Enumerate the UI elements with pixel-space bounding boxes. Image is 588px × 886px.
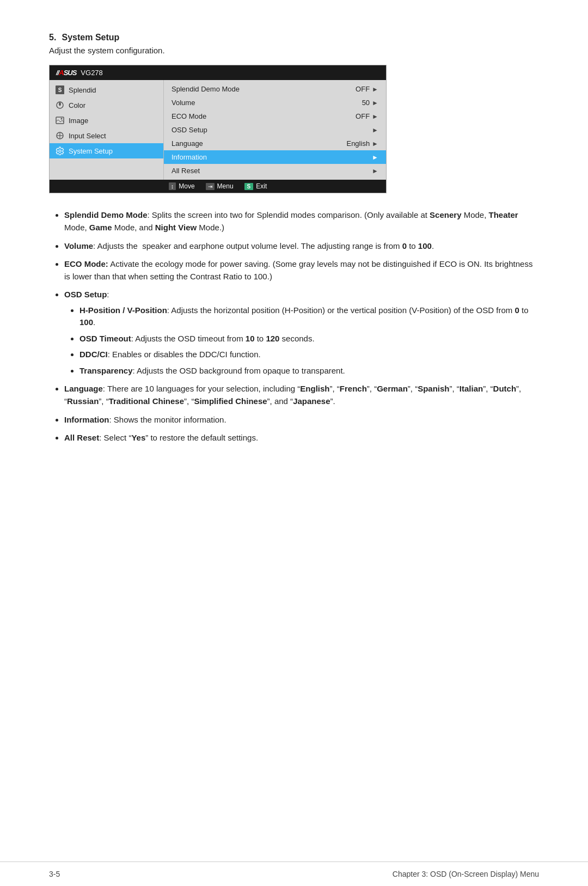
footer-page-number: 3-5 (49, 870, 60, 878)
svg-point-2 (61, 118, 63, 120)
language-value: English ► (346, 139, 378, 148)
section-number: 5. (49, 33, 56, 42)
information-value: ► (372, 154, 378, 161)
exit-icon: S (244, 183, 254, 190)
osd-right-item-splendid-demo[interactable]: Splendid Demo Mode OFF ► (164, 82, 386, 96)
svg-point-6 (59, 150, 61, 152)
volume-value: 50 ► (362, 99, 378, 107)
bullet-information: Information: Shows the monitor informati… (64, 413, 539, 426)
move-icon: ↕ (169, 182, 176, 190)
move-label: Move (179, 182, 194, 190)
exit-label: Exit (256, 182, 267, 190)
sub-bullet-osd-timeout: OSD Timeout: Adjusts the OSD timeout fro… (79, 333, 539, 345)
image-label: Image (69, 117, 88, 125)
osd-right-item-osd-setup[interactable]: OSD Setup ► (164, 123, 386, 137)
osd-left-menu: S Splendid Color Image (50, 80, 164, 180)
bullet-eco-mode: ECO Mode: Activate the ecology mode for … (64, 258, 539, 283)
osd-left-item-system-setup[interactable]: System Setup (50, 143, 163, 158)
page-footer: 3-5 Chapter 3: OSD (On-Screen Display) M… (0, 861, 588, 886)
sub-bullet-ddcci: DDC/CI: Enables or disables the DDC/CI f… (79, 349, 539, 361)
bullet-splendid-demo: Splendid Demo Mode: Splits the screen in… (64, 209, 539, 234)
osd-left-item-image[interactable]: Image (50, 113, 163, 128)
bullet-osd-setup: OSD Setup: H-Position / V-Position: Adju… (64, 288, 539, 377)
eco-value: OFF ► (356, 112, 378, 120)
osd-left-item-color[interactable]: Color (50, 97, 163, 113)
system-setup-icon (55, 146, 65, 156)
volume-label: Volume (171, 99, 195, 107)
section-title: System Setup (62, 33, 120, 42)
color-label: Color (69, 101, 85, 109)
osd-right-item-volume[interactable]: Volume 50 ► (164, 96, 386, 109)
asus-logo: //ASUS (56, 69, 76, 77)
splendid-demo-label: Splendid Demo Mode (171, 85, 240, 93)
menu-label: Menu (217, 182, 234, 190)
bullet-all-reset: All Reset: Select “Yes” to restore the d… (64, 431, 539, 444)
all-reset-label: All Reset (171, 167, 200, 175)
osd-right-item-information[interactable]: Information ► (164, 150, 386, 164)
menu-icon: ⇥ (206, 183, 215, 190)
splendid-icon: S (55, 85, 65, 95)
osd-setup-value: ► (372, 126, 378, 134)
sub-bullet-hv-position: H-Position / V-Position: Adjusts the hor… (79, 304, 539, 329)
osd-right-item-all-reset[interactable]: All Reset ► (164, 164, 386, 178)
system-setup-label: System Setup (69, 147, 113, 155)
language-label: Language (171, 139, 203, 148)
osd-right-item-language[interactable]: Language English ► (164, 137, 386, 150)
bullet-list: Splendid Demo Mode: Splits the screen in… (49, 209, 539, 444)
section-heading: 5. System Setup (49, 33, 539, 42)
section-subtitle: Adjust the system configuration. (49, 46, 539, 55)
osd-title-bar: //ASUS VG278 (50, 65, 386, 80)
splendid-label: Splendid (69, 86, 96, 94)
bullet-volume: Volume: Adjusts the speaker and earphone… (64, 240, 539, 252)
bottom-move: ↕ Move (169, 182, 195, 190)
osd-right-menu: Splendid Demo Mode OFF ► Volume 50 ► ECO… (164, 80, 386, 180)
color-icon (55, 100, 65, 110)
osd-model: VG278 (81, 69, 102, 77)
osd-body: S Splendid Color Image (50, 80, 386, 180)
bottom-exit: S Exit (244, 182, 267, 190)
footer-chapter: Chapter 3: OSD (On-Screen Display) Menu (393, 870, 539, 878)
input-select-label: Input Select (69, 132, 106, 140)
input-select-icon (55, 131, 65, 140)
osd-setup-label: OSD Setup (171, 126, 207, 134)
information-label: Information (171, 153, 207, 161)
image-icon (55, 115, 65, 125)
all-reset-value: ► (372, 167, 378, 175)
bullet-language: Language: There are 10 languages for you… (64, 382, 539, 408)
splendid-demo-value: OFF ► (356, 85, 378, 93)
osd-menu-box: //ASUS VG278 S Splendid Color (49, 65, 387, 193)
osd-left-item-input-select[interactable]: Input Select (50, 128, 163, 143)
eco-label: ECO Mode (171, 112, 206, 120)
osd-left-item-splendid[interactable]: S Splendid (50, 82, 163, 97)
osd-right-item-eco[interactable]: ECO Mode OFF ► (164, 109, 386, 123)
bottom-menu: ⇥ Menu (206, 182, 234, 190)
sub-bullet-list-osd: H-Position / V-Position: Adjusts the hor… (64, 304, 539, 377)
sub-bullet-transparency: Transparency: Adjusts the OSD background… (79, 365, 539, 377)
osd-bottom-bar: ↕ Move ⇥ Menu S Exit (50, 180, 386, 193)
